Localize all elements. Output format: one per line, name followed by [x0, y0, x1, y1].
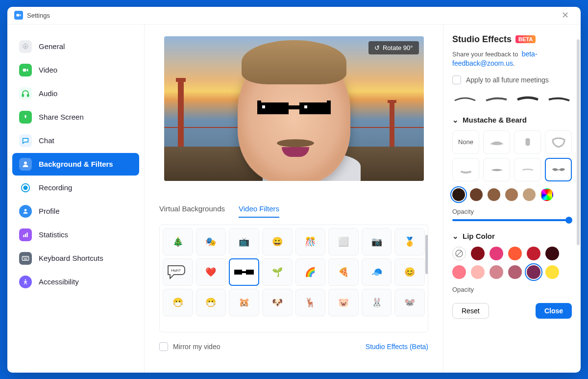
- filter-thumb[interactable]: 🎭: [196, 228, 226, 255]
- lip-color-swatch[interactable]: [527, 247, 540, 260]
- filter-thumb[interactable]: 🥇: [394, 228, 425, 255]
- statistics-icon: [19, 228, 32, 241]
- filter-thumb[interactable]: 🐷: [328, 289, 359, 316]
- video-preview: ↺ Rotate 90°: [164, 36, 424, 181]
- mustache-option[interactable]: [483, 130, 510, 154]
- beta-badge: BETA: [515, 35, 536, 43]
- opacity-slider[interactable]: [452, 219, 572, 221]
- lip-color-swatch[interactable]: [508, 247, 522, 260]
- mustache-option[interactable]: [514, 158, 541, 181]
- filter-thumb[interactable]: 🎄: [163, 228, 193, 255]
- shade-swatch[interactable]: [523, 188, 536, 201]
- mirror-video-label: Mirror my video: [173, 343, 220, 351]
- checkbox-icon: [159, 342, 168, 351]
- scrollbar-thumb[interactable]: [425, 235, 428, 274]
- sidebar-item-video[interactable]: Video: [12, 59, 139, 81]
- lip-color-swatch[interactable]: [471, 265, 485, 279]
- mustache-none[interactable]: None: [452, 130, 479, 154]
- shade-swatch[interactable]: [505, 188, 518, 201]
- filter-thumb[interactable]: 😊: [394, 258, 425, 286]
- eyebrow-option[interactable]: [546, 93, 572, 105]
- filter-thumb[interactable]: Huh?: [163, 258, 193, 286]
- close-button[interactable]: Close: [536, 303, 572, 319]
- filter-thumb[interactable]: 🧢: [362, 258, 392, 286]
- mustache-option[interactable]: [483, 158, 510, 181]
- filter-thumb[interactable]: 🍕: [328, 258, 359, 286]
- tab-virtual-backgrounds[interactable]: Virtual Backgrounds: [159, 204, 225, 218]
- mustache-option[interactable]: [452, 158, 479, 181]
- shade-swatch[interactable]: [452, 188, 465, 201]
- filter-thumb[interactable]: 😷: [196, 289, 226, 316]
- lip-color-swatch[interactable]: [471, 247, 485, 260]
- sidebar-item-label: Statistics: [39, 230, 68, 239]
- sidebar-item-label: Video: [39, 66, 57, 74]
- filter-thumb[interactable]: 😀: [262, 228, 293, 255]
- settings-window: Settings ✕ General Video Audio Share Scr…: [7, 7, 581, 373]
- sidebar-item-background-filters[interactable]: Background & Filters: [12, 153, 139, 176]
- reset-button[interactable]: Reset: [452, 303, 489, 319]
- svg-rect-2: [23, 69, 26, 72]
- rotate-90-button[interactable]: ↺ Rotate 90°: [368, 41, 419, 54]
- filter-thumb[interactable]: 🐶: [262, 289, 293, 316]
- filter-thumb[interactable]: 🐹: [229, 289, 259, 316]
- eyebrow-option[interactable]: [515, 93, 540, 105]
- sidebar-item-recording[interactable]: Recording: [12, 177, 139, 199]
- shade-swatch[interactable]: [488, 188, 500, 201]
- lip-color-swatch[interactable]: [545, 265, 559, 279]
- lip-color-swatch[interactable]: [508, 265, 522, 279]
- scrollbar-thumb[interactable]: [577, 39, 580, 245]
- sidebar-item-chat[interactable]: Chat: [12, 129, 139, 152]
- lip-color-heading[interactable]: ⌄ Lip Color: [452, 232, 572, 241]
- sidebar-item-statistics[interactable]: Statistics: [12, 224, 139, 246]
- lip-color-swatch[interactable]: [527, 265, 540, 279]
- svg-rect-13: [23, 257, 24, 258]
- eyebrow-row: [452, 93, 572, 105]
- eyebrow-option[interactable]: [484, 93, 509, 105]
- mirror-video-checkbox[interactable]: Mirror my video: [159, 342, 220, 351]
- filter-thumb[interactable]: 📷: [362, 228, 392, 255]
- filter-thumb[interactable]: 🌱: [262, 258, 293, 286]
- lip-color-none[interactable]: [452, 247, 466, 260]
- filter-thumb[interactable]: 🐰: [362, 289, 392, 316]
- sidebar-item-label: Keyboard Shortcuts: [39, 254, 103, 262]
- sidebar-item-keyboard-shortcuts[interactable]: Keyboard Shortcuts: [12, 247, 139, 270]
- svg-text:Huh?: Huh?: [171, 268, 181, 273]
- filter-tabs: Virtual Backgrounds Video Filters: [159, 204, 428, 218]
- svg-rect-27: [234, 270, 242, 275]
- svg-rect-17: [24, 258, 27, 259]
- lip-color-swatch[interactable]: [490, 247, 503, 260]
- lip-color-swatch[interactable]: [452, 265, 466, 279]
- filter-thumb[interactable]: 📺: [229, 228, 259, 255]
- mustache-beard-heading[interactable]: ⌄ Mustache & Beard: [452, 116, 572, 125]
- filter-thumb[interactable]: 🦌: [295, 289, 326, 316]
- filter-thumb[interactable]: 😷: [163, 289, 193, 316]
- filter-thumb[interactable]: 🌈: [295, 258, 326, 286]
- shade-swatch[interactable]: [470, 188, 483, 201]
- feedback-text: Share your feedback to beta-feedback@zoo…: [452, 50, 572, 69]
- filter-thumb[interactable]: [229, 258, 259, 286]
- filters-grid-container[interactable]: 🎄🎭📺😀🎊⬜📷🥇Huh?❤️🌱🌈🍕🧢😊😷😷🐹🐶🦌🐷🐰🐭: [159, 225, 428, 332]
- filter-thumb[interactable]: 🐭: [394, 289, 425, 316]
- filter-thumb[interactable]: ❤️: [196, 258, 226, 286]
- lip-color-swatch[interactable]: [490, 265, 503, 279]
- mustache-option[interactable]: [514, 130, 541, 154]
- sidebar-item-profile[interactable]: Profile: [12, 200, 139, 223]
- sidebar-item-audio[interactable]: Audio: [12, 82, 139, 105]
- mustache-option[interactable]: [545, 158, 572, 181]
- sidebar-item-share-screen[interactable]: Share Screen: [12, 106, 139, 128]
- filter-thumb[interactable]: ⬜: [328, 228, 359, 255]
- tab-video-filters[interactable]: Video Filters: [239, 204, 279, 218]
- studio-effects-link[interactable]: Studio Effects (Beta): [366, 343, 428, 351]
- center-panel: ↺ Rotate 90° Virtual Backgrounds Video F…: [145, 25, 443, 373]
- sidebar-item-accessibility[interactable]: Accessibility: [12, 271, 139, 293]
- close-icon[interactable]: ✕: [557, 8, 574, 23]
- sidebar-item-general[interactable]: General: [12, 35, 139, 58]
- svg-rect-15: [26, 257, 26, 258]
- lip-color-swatch[interactable]: [545, 247, 559, 260]
- background-filters-icon: [19, 158, 32, 171]
- mustache-option[interactable]: [545, 130, 572, 154]
- eyebrow-option[interactable]: [452, 93, 478, 105]
- filter-thumb[interactable]: 🎊: [295, 228, 326, 255]
- apply-all-meetings-checkbox[interactable]: Apply to all future meetings: [452, 76, 572, 84]
- custom-color-swatch[interactable]: [540, 188, 553, 201]
